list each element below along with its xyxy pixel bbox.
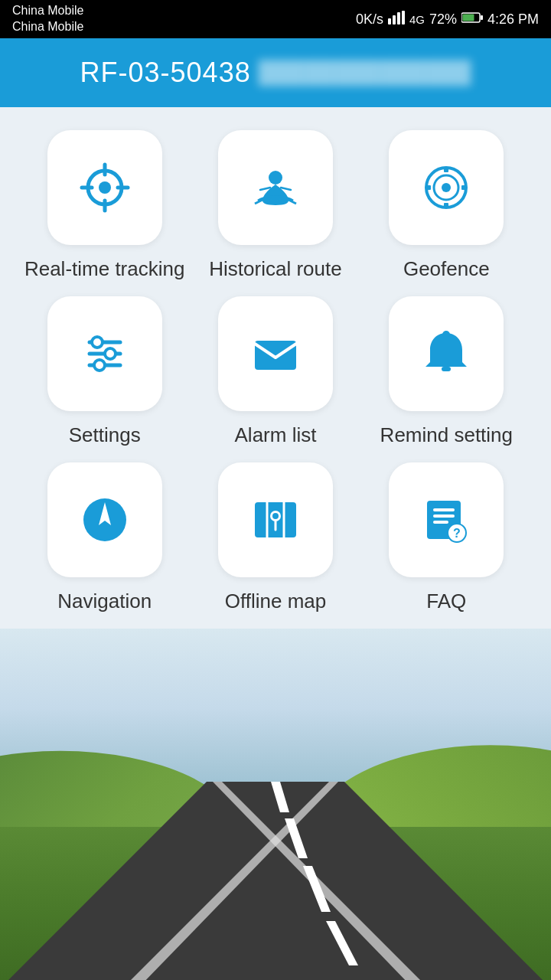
realtime-label: Real-time tracking xyxy=(24,257,185,281)
grid-item-remind[interactable]: Remind setting xyxy=(365,296,528,447)
svg-text:?: ? xyxy=(453,527,461,540)
geofence-icon xyxy=(419,161,473,214)
svg-marker-45 xyxy=(0,782,551,980)
svg-rect-40 xyxy=(433,508,455,511)
grid-item-navigation[interactable]: Navigation xyxy=(23,462,186,613)
svg-rect-6 xyxy=(462,14,474,21)
svg-rect-30 xyxy=(442,367,451,371)
svg-rect-0 xyxy=(388,18,391,24)
svg-point-26 xyxy=(92,337,103,348)
geofence-icon-circle xyxy=(389,130,504,245)
grid-item-realtime[interactable]: Real-time tracking xyxy=(23,130,186,281)
svg-rect-5 xyxy=(481,15,483,20)
svg-point-28 xyxy=(94,360,105,371)
device-subtitle: ██████████████ xyxy=(259,60,471,85)
device-id: RF-03-50438 xyxy=(80,57,251,89)
svg-point-13 xyxy=(269,171,282,185)
historical-label: Historical route xyxy=(209,257,341,281)
grid-item-faq[interactable]: ? FAQ xyxy=(365,462,528,613)
svg-line-15 xyxy=(281,188,291,190)
road-background xyxy=(0,629,551,980)
mail-icon xyxy=(249,327,302,381)
carrier2: China Mobile xyxy=(12,19,83,35)
grid-item-offline[interactable]: Offline map xyxy=(194,462,357,613)
app-header: RF-03-50438 ██████████████ xyxy=(0,38,551,107)
remind-label: Remind setting xyxy=(380,423,513,447)
svg-rect-41 xyxy=(433,514,455,518)
navigation-icon-circle xyxy=(47,462,162,577)
settings-sliders-icon xyxy=(78,327,132,381)
road-pavement xyxy=(0,629,551,980)
offline-map-icon xyxy=(249,493,302,547)
grid-container: Real-time tracking Historical route xyxy=(23,130,528,613)
svg-rect-20 xyxy=(461,185,466,190)
crosshair-icon xyxy=(78,161,132,214)
network-type: 4G xyxy=(409,13,425,26)
historical-route-icon xyxy=(249,161,302,214)
time: 4:26 PM xyxy=(487,11,539,28)
svg-rect-22 xyxy=(444,203,448,207)
svg-rect-2 xyxy=(397,12,400,24)
geofence-label: Geofence xyxy=(403,257,490,281)
historical-icon-circle xyxy=(218,130,333,245)
status-bar: China Mobile China Mobile 0K/s 4G 72% 4:… xyxy=(0,0,551,38)
grid-item-geofence[interactable]: Geofence xyxy=(365,130,528,281)
svg-rect-42 xyxy=(433,521,448,524)
bell-icon xyxy=(419,327,473,381)
svg-point-8 xyxy=(99,181,111,194)
speed-indicator: 0K/s xyxy=(356,11,383,28)
realtime-icon-circle xyxy=(47,130,162,245)
menu-grid: Real-time tracking Historical route xyxy=(0,107,551,629)
carrier-info: China Mobile China Mobile xyxy=(12,3,83,35)
svg-point-27 xyxy=(105,348,116,359)
faq-icon-circle: ? xyxy=(389,462,504,577)
battery-text: 72% xyxy=(429,11,457,28)
svg-line-14 xyxy=(260,188,270,190)
svg-point-38 xyxy=(272,513,279,519)
settings-icon-circle xyxy=(47,296,162,411)
offline-icon-circle xyxy=(218,462,333,577)
alarm-label: Alarm list xyxy=(235,423,317,447)
svg-rect-19 xyxy=(426,185,431,190)
grid-item-historical[interactable]: Historical route xyxy=(194,130,357,281)
grid-item-settings[interactable]: Settings xyxy=(23,296,186,447)
svg-rect-21 xyxy=(444,168,448,172)
svg-rect-3 xyxy=(402,11,405,24)
faq-icon: ? xyxy=(419,493,473,547)
navigation-compass-icon xyxy=(78,493,132,547)
navigation-label: Navigation xyxy=(57,590,152,613)
remind-icon-circle xyxy=(389,296,504,411)
grid-item-alarm[interactable]: Alarm list xyxy=(194,296,357,447)
offline-label: Offline map xyxy=(225,590,326,613)
carrier1: China Mobile xyxy=(12,3,83,19)
signal-icon xyxy=(388,11,405,28)
battery-icon xyxy=(461,11,483,28)
faq-label: FAQ xyxy=(426,590,466,613)
svg-point-31 xyxy=(442,331,450,338)
svg-rect-29 xyxy=(255,341,296,370)
alarm-icon-circle xyxy=(218,296,333,411)
settings-label: Settings xyxy=(69,423,141,447)
svg-point-18 xyxy=(442,183,451,192)
status-icons: 0K/s 4G 72% 4:26 PM xyxy=(356,11,539,28)
svg-rect-1 xyxy=(393,15,396,24)
